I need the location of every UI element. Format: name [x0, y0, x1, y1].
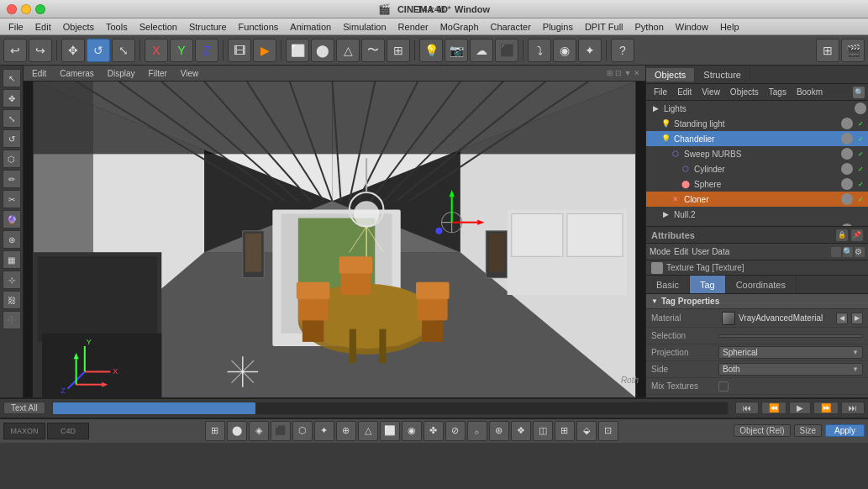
play-button[interactable]: ▶	[789, 402, 811, 414]
obj-menu-view[interactable]: View	[697, 87, 724, 97]
active-icon[interactable]: ✓	[855, 133, 866, 145]
material-btn-2[interactable]: ▶	[851, 313, 863, 324]
render-btn[interactable]: ▶	[253, 39, 276, 62]
sculpt-tool[interactable]: ⊛	[3, 230, 21, 249]
window-menu[interactable]: Window	[455, 4, 490, 14]
active-icon[interactable]: ✓	[855, 163, 866, 175]
z-axis-btn[interactable]: Z	[195, 39, 218, 62]
visibility-icon[interactable]	[841, 118, 853, 129]
list-item-cloner[interactable]: ✕ Cloner ✓	[646, 192, 868, 207]
light-btn[interactable]: 💡	[419, 39, 443, 62]
move-tool-left[interactable]: ✥	[3, 89, 21, 108]
projection-dropdown[interactable]: Spherical ▼	[718, 346, 863, 359]
attr-edit[interactable]: Edit	[674, 247, 688, 256]
footer-btn-4[interactable]: ⬛	[271, 421, 291, 441]
tab-objects[interactable]: Objects	[646, 68, 695, 82]
primitive-sphere[interactable]: ⬤	[311, 39, 334, 62]
footer-btn-9[interactable]: ⬜	[380, 421, 400, 441]
obj-menu-bookm[interactable]: Bookm	[792, 87, 827, 97]
footer-btn-3[interactable]: ◈	[249, 421, 269, 441]
menu-mograph[interactable]: MoGraph	[435, 21, 484, 33]
render-settings-btn[interactable]: 🎬	[841, 39, 865, 62]
footer-btn-1[interactable]: ⊞	[205, 421, 225, 441]
xpresso-btn[interactable]: ✦	[578, 39, 602, 62]
pin-icon[interactable]: 📌	[851, 229, 863, 241]
visibility-icon[interactable]	[841, 133, 853, 145]
attr-user-data[interactable]: User Data	[692, 247, 729, 256]
vp-tab-cameras[interactable]: Cameras	[56, 68, 97, 79]
menu-render[interactable]: Render	[393, 21, 434, 33]
select-tool[interactable]: ↖	[3, 69, 21, 87]
add-tool[interactable]: ➕	[3, 311, 21, 329]
close-button[interactable]	[7, 4, 17, 14]
list-item-sweep-nurbs[interactable]: ⬡ Sweep NURBS ✓	[646, 146, 868, 161]
active-icon[interactable]: ✓	[855, 148, 866, 160]
footer-btn-19[interactable]: ⊡	[598, 421, 618, 441]
vp-tab-display[interactable]: Display	[104, 68, 139, 79]
move-tool[interactable]: ✥	[61, 39, 85, 62]
snap-tool[interactable]: ⊹	[3, 271, 21, 289]
spline-tool[interactable]: 〜	[361, 39, 385, 62]
uv-tool[interactable]: ▦	[3, 250, 21, 269]
x-axis-btn[interactable]: X	[145, 39, 168, 62]
nurbs-tool[interactable]: ⊞	[387, 39, 410, 62]
list-item-lights[interactable]: ▶ Lights	[646, 101, 868, 116]
visibility-icon[interactable]	[841, 178, 853, 190]
footer-btn-14[interactable]: ⊛	[489, 421, 509, 441]
menu-dpit[interactable]: DPIT Full	[580, 21, 629, 33]
viewport-canvas[interactable]: X Y Z	[24, 82, 645, 397]
tab-coordinates[interactable]: Coordinates	[726, 276, 797, 293]
list-item-chandelier[interactable]: 💡 Chandelier ✓	[646, 131, 868, 146]
footer-btn-7[interactable]: ⊕	[336, 421, 356, 441]
coord-dropdown[interactable]: Object (Rel)	[734, 424, 790, 437]
arrow-icon[interactable]	[831, 247, 841, 257]
attr-mode[interactable]: Mode	[650, 247, 671, 256]
menu-selection[interactable]: Selection	[134, 21, 182, 33]
help-btn[interactable]: ?	[611, 39, 634, 62]
scale-tool-left[interactable]: ⤡	[3, 109, 21, 128]
active-icon[interactable]: ✓	[855, 118, 866, 129]
menu-file[interactable]: File	[3, 21, 29, 33]
list-item-cylinder[interactable]: ⬡ Cylinder ✓	[646, 161, 868, 176]
list-item-standing-light[interactable]: 💡 Standing light ✓	[646, 116, 868, 131]
camera-btn[interactable]: 📷	[445, 39, 468, 62]
y-axis-btn[interactable]: Y	[170, 39, 193, 62]
active-icon[interactable]: ✓	[855, 178, 866, 190]
rotate-tool[interactable]: ↺	[87, 39, 110, 62]
size-dropdown[interactable]: Size	[794, 424, 822, 437]
magnet-tool[interactable]: 🔮	[3, 210, 21, 229]
poly-tool[interactable]: ⬡	[3, 150, 21, 168]
material-btn[interactable]: ◉	[553, 39, 576, 62]
vp-tab-edit[interactable]: Edit	[29, 68, 50, 79]
menu-simulation[interactable]: Simulation	[338, 21, 391, 33]
scale-tool[interactable]: ⤡	[112, 39, 135, 62]
redo-button[interactable]: ↪	[29, 39, 52, 62]
next-key-button[interactable]: ⏩	[813, 402, 839, 414]
footer-btn-5[interactable]: ⬡	[292, 421, 313, 441]
visibility-icon[interactable]	[841, 193, 853, 205]
paint-tool[interactable]: ✏	[3, 170, 21, 188]
material-btn-1[interactable]: ◀	[836, 313, 848, 324]
footer-btn-10[interactable]: ◉	[402, 421, 422, 441]
prev-key-button[interactable]: ⏪	[761, 402, 786, 414]
menu-tools[interactable]: Tools	[101, 21, 133, 33]
lock-icon[interactable]: 🔒	[836, 229, 848, 241]
tab-structure[interactable]: Structure	[695, 68, 750, 82]
next-frame-button[interactable]: ⏭	[841, 402, 865, 414]
render-view[interactable]: 🎞	[228, 39, 251, 62]
selection-value[interactable]	[718, 334, 863, 338]
mix-textures-checkbox[interactable]	[718, 381, 729, 392]
footer-btn-13[interactable]: ⬦	[467, 421, 487, 441]
minimize-button[interactable]	[21, 4, 31, 14]
knife-tool[interactable]: ✂	[3, 190, 21, 208]
prev-frame-button[interactable]: ⏮	[735, 402, 759, 414]
footer-btn-17[interactable]: ⊞	[555, 421, 575, 441]
footer-btn-15[interactable]: ❖	[511, 421, 531, 441]
menu-window[interactable]: Window	[671, 21, 713, 33]
menu-plugins[interactable]: Plugins	[538, 21, 578, 33]
active-icon[interactable]: ✓	[855, 193, 866, 205]
search-small-icon[interactable]: 🔍	[843, 247, 853, 257]
menu-structure[interactable]: Structure	[184, 21, 232, 33]
footer-btn-11[interactable]: ✤	[423, 421, 444, 441]
constraint-tool[interactable]: ⛓	[3, 291, 21, 309]
